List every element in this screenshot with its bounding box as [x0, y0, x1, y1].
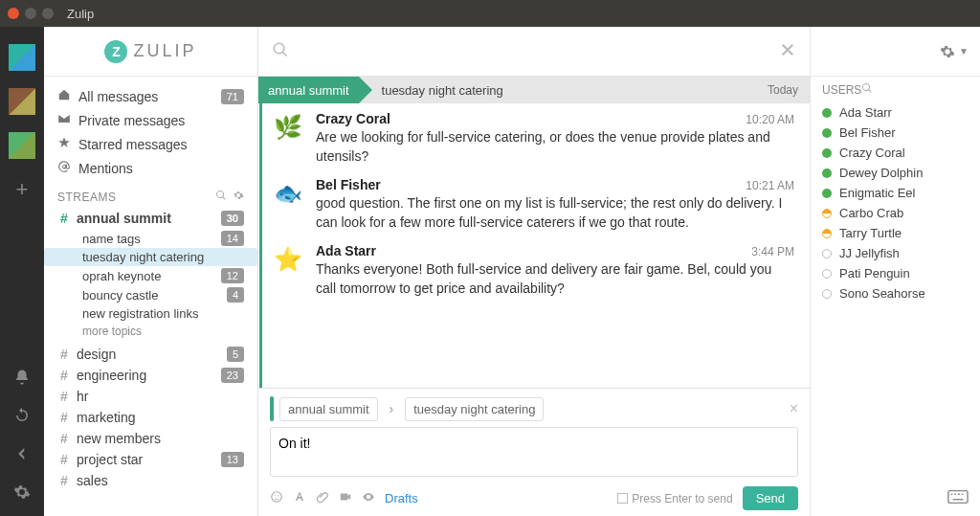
- message-content: Are we looking for full-service catering…: [316, 126, 794, 166]
- launcher-tile-2[interactable]: [9, 88, 35, 115]
- launcher-tile-1[interactable]: [9, 44, 35, 71]
- left-sidebar: Z ZULIP All messages 71 Private messages…: [44, 27, 258, 516]
- send-button[interactable]: Send: [743, 486, 798, 510]
- compose-stream-input[interactable]: annual summit: [279, 397, 378, 421]
- enter-to-send-toggle[interactable]: Press Enter to send: [617, 492, 732, 505]
- topic-label: tuesday night catering: [82, 250, 204, 264]
- window-titlebar: Zulip: [0, 0, 980, 27]
- compose-box: annual summit › tuesday night catering ×…: [258, 388, 810, 516]
- drafts-link[interactable]: Drafts: [385, 491, 418, 505]
- presence-dot-icon: [822, 148, 832, 158]
- presence-dot-icon: [822, 168, 832, 178]
- nav-label: All messages: [78, 89, 158, 104]
- users-heading: USERS: [811, 77, 980, 102]
- user-Carbo-Crab[interactable]: Carbo Crab: [811, 203, 980, 223]
- streams-settings-gear-icon[interactable]: [233, 190, 244, 204]
- nav-all-messages[interactable]: All messages 71: [44, 84, 257, 108]
- stream-design[interactable]: #design5: [44, 344, 257, 365]
- message-sender[interactable]: Bel Fisher: [316, 177, 381, 192]
- nav-private-messages[interactable]: Private messages: [44, 108, 257, 132]
- stream-label: sales: [77, 473, 108, 488]
- svg-point-0: [272, 491, 282, 502]
- hash-icon: #: [57, 410, 71, 425]
- avatar: ⭐: [272, 243, 304, 276]
- keyboard-shortcuts-icon[interactable]: [936, 482, 980, 516]
- main-column: annual summit tuesday night catering Tod…: [258, 27, 810, 516]
- message-content: good question. The first one on my list …: [316, 192, 794, 232]
- user-Dewey-Dolphin[interactable]: Dewey Dolphin: [811, 163, 980, 183]
- stream-marketing[interactable]: #marketing: [44, 407, 257, 428]
- user-Ada-Starr[interactable]: Ada Starr: [811, 102, 980, 123]
- preview-eye-icon[interactable]: [362, 490, 375, 507]
- launcher-bar: +: [0, 27, 44, 516]
- envelope-icon: [57, 112, 71, 128]
- search-bar: [258, 27, 810, 77]
- window-minimize-button[interactable]: [25, 8, 36, 19]
- compose-textarea[interactable]: [270, 427, 798, 477]
- stream-sales[interactable]: #sales: [44, 470, 257, 491]
- user-name: Carbo Crab: [839, 206, 903, 220]
- nav-mentions[interactable]: Mentions: [44, 156, 257, 180]
- user-Pati-Penguin[interactable]: Pati Penguin: [811, 263, 980, 283]
- stream-new-members[interactable]: #new members: [44, 428, 257, 449]
- topic-tuesday-night-catering[interactable]: tuesday night catering: [44, 248, 257, 266]
- hash-icon: #: [57, 347, 71, 362]
- stream-label: marketing: [77, 410, 135, 425]
- refresh-icon[interactable]: [13, 407, 31, 428]
- nav-starred-messages[interactable]: Starred messages: [44, 132, 257, 156]
- filter-streams-search-icon[interactable]: [215, 190, 227, 204]
- message-sender[interactable]: Ada Starr: [316, 243, 376, 258]
- window-maximize-button[interactable]: [42, 8, 54, 19]
- compose-close-icon[interactable]: ×: [790, 400, 798, 417]
- user-search-icon[interactable]: [861, 82, 873, 97]
- header-stream-chip[interactable]: annual summit: [258, 77, 359, 103]
- user-name: Enigmatic Eel: [839, 186, 915, 200]
- format-icon[interactable]: [293, 490, 306, 507]
- user-JJ-Jellyfish[interactable]: JJ Jellyfish: [811, 243, 980, 263]
- back-arrow-icon[interactable]: [13, 445, 31, 466]
- gear-icon[interactable]: [13, 483, 31, 505]
- stream-label: hr: [77, 389, 88, 404]
- more-topics-link[interactable]: more topics: [44, 323, 257, 344]
- chevron-right-icon: ›: [384, 401, 400, 416]
- svg-point-1: [275, 495, 276, 496]
- user-Enigmatic-Eel[interactable]: Enigmatic Eel: [811, 183, 980, 203]
- compose-topic-input[interactable]: tuesday night catering: [405, 397, 544, 421]
- enter-to-send-label: Press Enter to send: [632, 492, 732, 505]
- right-sidebar: ▼ USERS Ada StarrBel FisherCrazy CoralDe…: [810, 27, 980, 516]
- launcher-tile-3[interactable]: [9, 132, 35, 159]
- user-Tarry-Turtle[interactable]: Tarry Turtle: [811, 223, 980, 243]
- user-Sono-Seahorse[interactable]: Sono Seahorse: [811, 283, 980, 303]
- launcher-add-button[interactable]: +: [9, 176, 35, 203]
- presence-dot-icon: [822, 249, 832, 258]
- nav-label: Mentions: [78, 161, 133, 176]
- user-Bel-Fisher[interactable]: Bel Fisher: [811, 123, 980, 143]
- topic-name-tags[interactable]: name tags14: [44, 229, 257, 248]
- header-topic-label[interactable]: tuesday night catering: [359, 83, 503, 98]
- topic-oprah-keynote[interactable]: oprah keynote12: [44, 266, 257, 285]
- brand-header[interactable]: Z ZULIP: [44, 27, 257, 77]
- video-icon[interactable]: [339, 490, 352, 507]
- user-Crazy-Coral[interactable]: Crazy Coral: [811, 143, 980, 163]
- stream-annual-summit[interactable]: #annual summit30: [44, 208, 257, 229]
- search-icon[interactable]: [272, 41, 289, 62]
- message-sender[interactable]: Crazy Coral: [316, 111, 390, 126]
- stream-count: 30: [221, 211, 244, 226]
- topic-count: 12: [221, 268, 244, 283]
- stream-hr[interactable]: #hr: [44, 386, 257, 407]
- svg-point-2: [278, 495, 278, 496]
- topic-bouncy-castle[interactable]: bouncy castle4: [44, 285, 257, 304]
- search-clear-icon[interactable]: [779, 41, 796, 62]
- message-time: 10:20 AM: [746, 113, 794, 126]
- message-row: 🐟 Bel Fisher10:21 AM good question. The …: [262, 169, 810, 236]
- emoji-icon[interactable]: [270, 490, 283, 507]
- topic-label: oprah keynote: [82, 269, 161, 283]
- message-content: Thanks everyone! Both full-service and d…: [316, 258, 794, 298]
- topic-new-registration-links[interactable]: new registration links: [44, 304, 257, 323]
- window-close-button[interactable]: [8, 8, 19, 19]
- attach-icon[interactable]: [316, 490, 329, 507]
- stream-project-star[interactable]: #project star13: [44, 449, 257, 470]
- bell-icon[interactable]: [13, 369, 31, 390]
- stream-engineering[interactable]: #engineering23: [44, 365, 257, 386]
- settings-menu[interactable]: ▼: [811, 27, 980, 77]
